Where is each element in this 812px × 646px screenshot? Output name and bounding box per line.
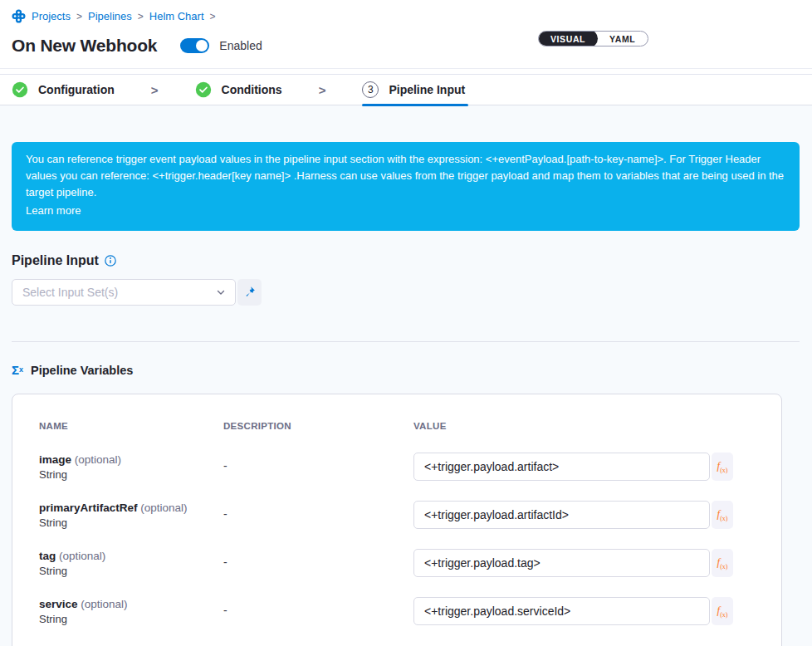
variable-optional-tag: (optional) bbox=[59, 550, 105, 562]
variable-name: primaryArtifactRef bbox=[39, 502, 138, 514]
variable-value-input[interactable] bbox=[413, 501, 710, 529]
variable-name: tag bbox=[39, 550, 56, 562]
expression-fx-button[interactable]: f(x) bbox=[712, 597, 733, 625]
variable-value-input[interactable] bbox=[413, 549, 710, 577]
column-header-description: DESCRIPTION bbox=[223, 421, 413, 431]
chevron-right-icon: > bbox=[138, 11, 144, 22]
expression-fx-button[interactable]: f(x) bbox=[712, 453, 733, 481]
variable-value-input[interactable] bbox=[413, 453, 710, 481]
breadcrumb-projects[interactable]: Projects bbox=[32, 10, 71, 22]
breadcrumb-helm-chart[interactable]: Helm Chart bbox=[149, 10, 204, 22]
chevron-right-icon: > bbox=[210, 11, 216, 22]
breadcrumb: Projects > Pipelines > Helm Chart > bbox=[12, 9, 800, 23]
visual-tab[interactable]: VISUAL bbox=[538, 31, 598, 46]
pipeline-variables-card: NAME DESCRIPTION VALUE image (optional) … bbox=[12, 394, 782, 646]
tab-pipeline-input[interactable]: 3 Pipeline Input bbox=[362, 74, 465, 105]
visual-yaml-toggle: VISUAL YAML bbox=[538, 31, 648, 46]
yaml-tab[interactable]: YAML bbox=[597, 31, 648, 46]
variable-type: String bbox=[39, 564, 223, 578]
step-number-badge: 3 bbox=[362, 81, 379, 98]
main-content: You can reference trigger event payload … bbox=[0, 105, 812, 646]
table-row: image (optional) String - f(x) bbox=[39, 453, 755, 482]
enabled-label: Enabled bbox=[219, 39, 262, 52]
info-banner-text: You can reference trigger event payload … bbox=[26, 153, 784, 198]
table-row: service (optional) String - f(x) bbox=[39, 597, 755, 626]
column-header-value: VALUE bbox=[413, 421, 755, 431]
info-banner: You can reference trigger event payload … bbox=[12, 142, 800, 231]
check-circle-icon bbox=[195, 81, 212, 98]
check-circle-icon bbox=[12, 81, 28, 98]
variable-name: image bbox=[39, 453, 71, 466]
tab-conditions[interactable]: Conditions bbox=[195, 74, 282, 105]
variable-description: - bbox=[223, 597, 413, 617]
expression-fx-button[interactable]: f(x) bbox=[712, 501, 733, 529]
tab-pipeline-input-label: Pipeline Input bbox=[389, 83, 465, 96]
variable-optional-tag: (optional) bbox=[75, 453, 121, 466]
variable-optional-tag: (optional) bbox=[140, 502, 187, 514]
column-header-name: NAME bbox=[39, 421, 223, 431]
page-title: On New Webhook bbox=[12, 36, 157, 56]
variable-description: - bbox=[223, 501, 413, 521]
expression-fx-button[interactable]: f(x) bbox=[712, 549, 733, 577]
wizard-tabbar: Configuration > Conditions > 3 Pipeline … bbox=[0, 74, 812, 105]
page-header: Projects > Pipelines > Helm Chart > On N… bbox=[0, 0, 812, 69]
pin-input-set-button[interactable] bbox=[237, 279, 262, 306]
input-set-placeholder: Select Input Set(s) bbox=[22, 286, 215, 299]
pipeline-variables-heading: Pipeline Variables bbox=[31, 364, 133, 377]
tab-conditions-label: Conditions bbox=[222, 83, 282, 96]
enabled-toggle[interactable] bbox=[180, 38, 209, 53]
variable-type: String bbox=[39, 516, 223, 530]
variable-description: - bbox=[223, 453, 413, 472]
chevron-right-icon: > bbox=[151, 83, 159, 97]
info-icon[interactable] bbox=[105, 255, 116, 267]
variable-value-input[interactable] bbox=[413, 597, 710, 625]
tab-configuration[interactable]: Configuration bbox=[12, 74, 115, 105]
tab-configuration-label: Configuration bbox=[38, 83, 115, 96]
pin-icon bbox=[243, 286, 256, 298]
projects-clover-icon bbox=[12, 9, 26, 23]
variables-table-header: NAME DESCRIPTION VALUE bbox=[39, 421, 755, 431]
sigma-variables-icon: Σx bbox=[12, 364, 23, 376]
breadcrumb-pipelines[interactable]: Pipelines bbox=[88, 10, 132, 22]
section-divider bbox=[12, 341, 800, 342]
chevron-down-icon bbox=[215, 286, 227, 298]
chevron-right-icon: > bbox=[76, 11, 82, 22]
pipeline-input-heading: Pipeline Input bbox=[12, 253, 99, 268]
variable-type: String bbox=[39, 467, 223, 482]
variable-name: service bbox=[39, 598, 78, 610]
variable-type: String bbox=[39, 612, 223, 626]
table-row: tag (optional) String - f(x) bbox=[39, 549, 755, 578]
input-set-select[interactable]: Select Input Set(s) bbox=[12, 279, 236, 306]
variable-description: - bbox=[223, 549, 413, 569]
learn-more-link[interactable]: Learn more bbox=[26, 203, 81, 219]
chevron-right-icon: > bbox=[319, 83, 326, 97]
variable-optional-tag: (optional) bbox=[81, 598, 127, 610]
table-row: primaryArtifactRef (optional) String - f… bbox=[39, 501, 755, 530]
